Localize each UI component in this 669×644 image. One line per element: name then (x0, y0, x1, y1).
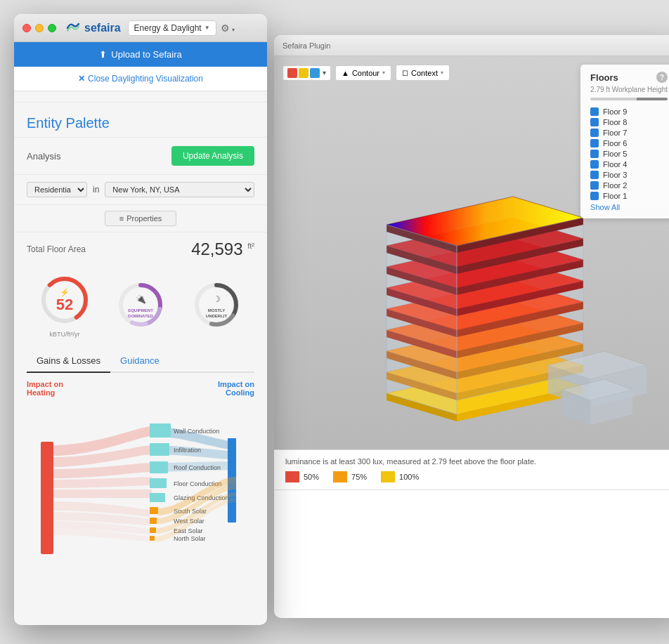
analysis-label: Analysis (27, 151, 60, 162)
floor-8-label: Floor 8 (603, 118, 627, 126)
contour-arrow: ▾ (382, 70, 385, 76)
update-analysis-button[interactable]: Update Analysis (171, 146, 254, 166)
svg-text:MOSTLY: MOSTLY (208, 308, 225, 313)
floor-3-label: Floor 3 (603, 171, 627, 179)
floor-item-5: Floor 5 (590, 150, 668, 158)
context-icon: ◻ (402, 68, 408, 77)
floor-9-checkbox[interactable] (590, 107, 599, 116)
floor-heating-flow (53, 477, 152, 488)
tabs-row: Gains & Losses Guidance (27, 350, 254, 373)
legend-100-swatch (381, 471, 395, 482)
properties-label: Properties (126, 214, 162, 223)
logo-text: sefaira (84, 22, 121, 34)
in-label: in (93, 185, 99, 195)
floor-4-checkbox[interactable] (590, 160, 599, 169)
heating-node (41, 442, 53, 554)
left-panel: sefaira Energy & Daylight ▼ ⚙ ▾ ⬆ Upload… (14, 14, 267, 625)
right-titlebar: Sefaira Plugin (274, 35, 669, 56)
eui-value: 52 (56, 297, 73, 313)
color-scale-selector[interactable]: ▾ (282, 65, 331, 81)
building-type-dropdown[interactable]: Residentia (27, 182, 87, 197)
floors-panel: Floors ? 2.79 ft Workplane Height Floor … (580, 65, 669, 218)
floor-5-checkbox[interactable] (590, 150, 599, 158)
context-arrow: ▾ (441, 70, 443, 76)
svg-text:EQUIPMENT: EQUIPMENT (128, 308, 153, 313)
close-daylighting-button[interactable]: ✕ Close Daylighting Visualization (14, 67, 267, 91)
properties-row: ≡ Properties (14, 205, 267, 232)
contour-label: Contour (352, 69, 379, 77)
floor-area-unit: ft² (247, 242, 254, 250)
floor-7-checkbox[interactable] (590, 129, 599, 137)
equipment-donut-svg: 🔌 EQUIPMENT DOMINATED (112, 277, 169, 333)
menu-icon: ≡ (119, 214, 124, 223)
legend-100-label: 100% (399, 473, 419, 481)
properties-button[interactable]: ≡ Properties (105, 211, 177, 226)
legend-50-label: 50% (304, 473, 319, 481)
minimize-button[interactable] (35, 24, 44, 32)
floor-item-1: Floor 1 (590, 192, 668, 200)
upload-button[interactable]: ⬆ Upload to Sefaira (14, 42, 267, 67)
legend-swatches: 50% 75% 100% (285, 471, 669, 482)
floor-item-3: Floor 3 (590, 171, 668, 179)
gauges-row: ⚡ 52 kBTU/ft²/yr 🔌 EQUIPMENT DOMINATED (14, 266, 267, 350)
entity-palette-title: Entity Palette (27, 115, 110, 131)
viz-area: ▾ ▲ Contour ▾ ◻ Context ▾ Floors ? (274, 56, 669, 449)
workplane-height-slider[interactable] (590, 98, 668, 100)
contour-dropdown[interactable]: ▲ Contour ▾ (335, 65, 391, 81)
floor-3-checkbox[interactable] (590, 171, 599, 179)
floor-area-label: Total Floor Area (27, 244, 86, 254)
legend-item-50: 50% (285, 471, 319, 482)
floor-4-label: Floor 4 (603, 160, 627, 169)
floor-item-2: Floor 2 (590, 181, 668, 190)
infiltration-bar (150, 443, 169, 456)
analysis-row: Analysis Update Analysis (14, 138, 267, 175)
floor-9-label: Floor 9 (603, 107, 627, 116)
legend-item-75: 75% (333, 471, 367, 482)
floor-item-9: Floor 9 (590, 107, 668, 116)
entity-palette-section: Entity Palette (14, 103, 267, 138)
impact-cooling-label: Impact onCooling (218, 380, 254, 397)
gear-icon: ⚙ (221, 22, 230, 34)
contour-icon: ▲ (342, 69, 349, 77)
wall-conduction-label: Wall Conduction (174, 428, 219, 435)
sankey-diagram: Wall Conduction Infiltration Roof Conduc… (14, 400, 267, 596)
building-type-row: Residentia in New York, NY, USA (14, 175, 267, 205)
titlebar: sefaira Energy & Daylight ▼ ⚙ ▾ (14, 14, 267, 42)
right-panel: Sefaira Plugin (274, 35, 669, 618)
floor-6-checkbox[interactable] (590, 139, 599, 147)
show-all-link[interactable]: Show All (590, 203, 668, 211)
close-button[interactable] (22, 24, 31, 32)
infiltration-label: Infiltration (174, 447, 201, 454)
context-dropdown[interactable]: ◻ Context ▾ (396, 65, 450, 81)
tab-gains-losses[interactable]: Gains & Losses (27, 350, 110, 373)
maximize-button[interactable] (48, 24, 56, 32)
tab-guidance[interactable]: Guidance (110, 350, 169, 373)
roof-conduction-label: Roof Conduction (174, 464, 221, 471)
floors-info-icon[interactable]: ? (656, 72, 668, 83)
mode-label: Energy & Daylight (134, 23, 202, 33)
floor-2-label: Floor 2 (603, 181, 627, 190)
impact-row: Impact onHeating Impact onCooling (14, 373, 267, 400)
floor-5-label: Floor 5 (603, 150, 627, 158)
underlit-donut: ☽ MOSTLY UNDERLIT (188, 277, 245, 333)
eui-circular-gauge: ⚡ 52 (37, 272, 93, 328)
sankey-svg: Wall Conduction Infiltration Roof Conduc… (27, 400, 254, 596)
east-solar-bar (150, 527, 156, 533)
floor-1-checkbox[interactable] (590, 192, 599, 200)
gear-button[interactable]: ⚙ ▾ (221, 22, 235, 34)
floor-8-checkbox[interactable] (590, 118, 599, 126)
legend-description: luminance is at least 300 lux, measured … (285, 457, 669, 466)
floor-2-checkbox[interactable] (590, 181, 599, 190)
sefaira-logo-icon (65, 20, 82, 37)
legend-item-100: 100% (381, 471, 419, 482)
spacer (14, 91, 267, 103)
svg-text:🔌: 🔌 (136, 294, 146, 304)
glazing-conduction-bar (150, 493, 165, 502)
south-solar-bar (150, 507, 158, 514)
svg-text:☽: ☽ (213, 294, 221, 304)
gear-arrow: ▾ (232, 27, 235, 33)
floor-7-label: Floor 7 (603, 129, 627, 137)
mode-dropdown[interactable]: Energy & Daylight ▼ (128, 20, 216, 36)
location-dropdown[interactable]: New York, NY, USA (105, 182, 254, 197)
upload-icon: ⬆ (99, 49, 107, 60)
